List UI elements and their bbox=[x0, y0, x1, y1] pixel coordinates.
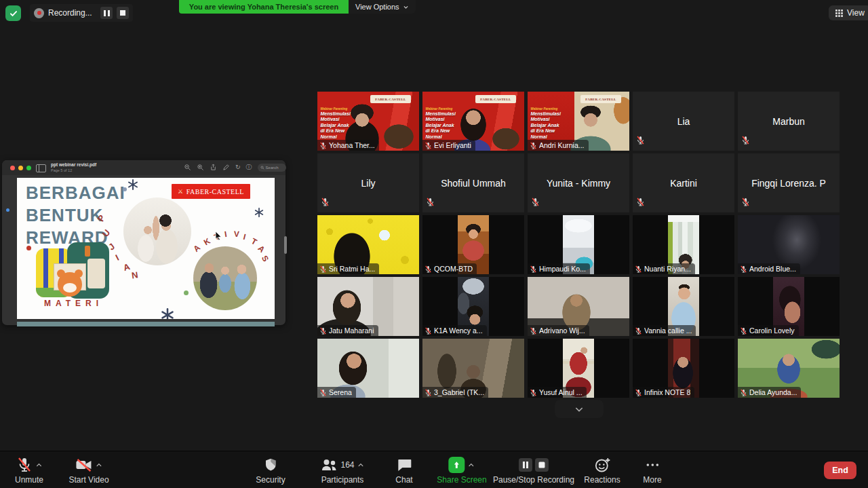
participant-name: Serena bbox=[329, 388, 352, 396]
illustration-tiger-plush bbox=[58, 272, 82, 297]
faber-castell-logo: ⚔ FABER-CASTELL bbox=[172, 184, 250, 199]
security-shield-button[interactable] bbox=[5, 5, 21, 21]
mic-muted-icon bbox=[319, 389, 327, 396]
zoom-out-icon[interactable] bbox=[184, 164, 191, 171]
participant-tile-k1a-wency-a[interactable]: K1A Wency a... bbox=[422, 277, 524, 336]
window-zoom-button[interactable] bbox=[26, 166, 31, 170]
participant-tile-android-blue[interactable]: Android Blue... bbox=[738, 215, 840, 274]
participant-tile-infinix-note-8[interactable]: Infinix NOTE 8 bbox=[633, 339, 734, 398]
mic-muted-icon bbox=[425, 265, 432, 273]
participant-tile-andri-kurnia[interactable]: FABER-CASTELLWebinar ParentingMenstimula… bbox=[528, 92, 629, 151]
mic-muted-icon bbox=[635, 389, 642, 396]
participant-tile-sri-ratmi-ha[interactable]: Sri Ratmi Ha... bbox=[317, 215, 419, 274]
mic-muted-icon bbox=[426, 198, 435, 206]
participant-name: 3_Gabriel (TK... bbox=[434, 388, 484, 396]
rotate-icon[interactable]: ↻ bbox=[235, 163, 241, 172]
participant-muted-indicator bbox=[741, 197, 750, 209]
arc-letter: A bbox=[122, 261, 131, 273]
toolbar-item-start-video[interactable]: Start Video bbox=[68, 456, 108, 485]
view-button[interactable]: View bbox=[829, 5, 868, 20]
participant-nameplate: Carolin Lovely bbox=[738, 325, 799, 336]
pause-recording-button[interactable] bbox=[100, 7, 113, 19]
participant-tile-yusuf-ainul[interactable]: Yusuf Ainul ... bbox=[528, 339, 629, 398]
pdf-page-indicator: Page 5 of 12 bbox=[51, 168, 96, 173]
stop-recording-icon[interactable] bbox=[535, 458, 549, 472]
mic-muted-icon bbox=[636, 136, 645, 145]
mic-muted-icon bbox=[16, 457, 33, 473]
mic-muted-icon bbox=[740, 265, 747, 273]
toolbar-item-reactions[interactable]: Reactions bbox=[584, 456, 620, 485]
sidebar-toggle-icon[interactable] bbox=[36, 164, 46, 172]
star-doodle-icon bbox=[254, 208, 264, 217]
participant-tile-jatu-maharani[interactable]: Jatu Maharani bbox=[317, 277, 419, 336]
participant-nameplate: Infinix NOTE 8 bbox=[633, 387, 694, 398]
participant-tile-shofiul-ummah[interactable]: Shofiul Ummah bbox=[422, 153, 524, 212]
stop-recording-button[interactable] bbox=[117, 7, 129, 19]
chevron-up-icon[interactable] bbox=[96, 462, 103, 469]
participant-tile-himpaudi-ko[interactable]: Himpaudi Ko... bbox=[528, 215, 629, 274]
participant-tile-yunita-kimmy[interactable]: Yunita - Kimmy bbox=[528, 153, 629, 212]
participant-name: Yusuf Ainul ... bbox=[539, 388, 583, 396]
participant-name: Delia Ayunda... bbox=[749, 388, 797, 396]
participant-tile-serena[interactable]: Serena bbox=[317, 339, 419, 398]
pdf-scrollbar[interactable] bbox=[284, 236, 287, 254]
view-options-dropdown[interactable]: View Options bbox=[349, 0, 416, 14]
participant-tile-lily[interactable]: Lily bbox=[317, 153, 419, 212]
chevron-up-icon[interactable] bbox=[35, 462, 43, 469]
participant-name: K1A Wency a... bbox=[434, 326, 483, 335]
share-export-icon[interactable] bbox=[210, 164, 217, 171]
search-icon bbox=[260, 166, 264, 170]
participant-tile-adrivano-wij[interactable]: Adrivano Wij... bbox=[528, 277, 629, 336]
participant-tile-nuanti-riyan[interactable]: Nuanti Riyan... bbox=[633, 215, 734, 274]
participant-tile-delia-ayunda[interactable]: Delia Ayunda... bbox=[738, 339, 840, 398]
mic-muted-icon bbox=[321, 198, 330, 206]
participant-tile-evi-erliyanti[interactable]: FABER-CASTELLWebinar ParentingMenstimula… bbox=[422, 92, 524, 151]
participant-tile-yohana-ther[interactable]: FABER-CASTELLWebinar ParentingMenstimula… bbox=[317, 92, 419, 151]
toolbar-item-share-screen[interactable]: Share Screen bbox=[437, 456, 486, 485]
toolbar-item-pause-stop-recording[interactable]: Pause/Stop Recording bbox=[493, 456, 574, 485]
arc-letter: I bbox=[114, 252, 121, 263]
chevron-up-icon[interactable] bbox=[357, 462, 365, 469]
mouse-cursor bbox=[215, 231, 222, 240]
window-close-button[interactable] bbox=[10, 166, 15, 170]
virtual-bg-title: Webinar ParentingMenstimulasiMotivasiBel… bbox=[321, 107, 351, 140]
participant-tile-carolin-lovely[interactable]: Carolin Lovely bbox=[738, 277, 840, 336]
participant-name: Fingqi Lorenza. P bbox=[738, 153, 840, 212]
chevron-up-icon[interactable] bbox=[467, 462, 475, 469]
info-icon[interactable]: ⓘ bbox=[246, 163, 252, 172]
participant-tile-3-gabriel-tk[interactable]: 3_Gabriel (TK... bbox=[422, 339, 524, 398]
participant-nameplate: Yusuf Ainul ... bbox=[528, 387, 587, 398]
toolbar-item-more[interactable]: More bbox=[643, 456, 661, 485]
pdf-search-placeholder: Search bbox=[266, 166, 279, 170]
participant-name: Marbun bbox=[738, 92, 840, 151]
participant-tile-qcom-btd[interactable]: QCOM-BTD bbox=[422, 215, 524, 274]
markup-pencil-icon[interactable] bbox=[222, 164, 230, 171]
participant-name: Andri Kurnia... bbox=[539, 141, 585, 149]
participant-name: Sri Ratmi Ha... bbox=[329, 265, 375, 273]
participant-nameplate: Andri Kurnia... bbox=[528, 140, 589, 151]
arc-letter: T bbox=[250, 236, 258, 247]
mic-muted-icon bbox=[636, 198, 645, 206]
participant-nameplate: Delia Ayunda... bbox=[738, 387, 801, 398]
participant-tile-lia[interactable]: Lia bbox=[633, 92, 734, 151]
participant-tile-fingqi-lorenza-p[interactable]: Fingqi Lorenza. P bbox=[738, 153, 840, 212]
pdf-search-input[interactable]: Search bbox=[258, 164, 286, 172]
participant-tile-kartini[interactable]: Kartini bbox=[633, 153, 734, 212]
participant-name: Kartini bbox=[633, 153, 734, 212]
mic-muted-icon bbox=[531, 198, 540, 206]
toolbar-item-chat[interactable]: Chat bbox=[395, 456, 412, 485]
window-minimize-button[interactable] bbox=[18, 166, 23, 170]
collapse-gallery-button[interactable] bbox=[555, 400, 604, 418]
zoom-in-icon[interactable] bbox=[197, 164, 204, 171]
reactions-icon bbox=[594, 457, 610, 473]
participant-tile-marbun[interactable]: Marbun bbox=[738, 92, 840, 151]
toolbar-item-unmute[interactable]: Unmute bbox=[15, 456, 43, 485]
star-doodle-icon bbox=[127, 179, 138, 190]
toolbar-item-security[interactable]: Security bbox=[256, 456, 285, 485]
toolbar-item-label: Pause/Stop Recording bbox=[493, 475, 574, 485]
participant-name: QCOM-BTD bbox=[434, 265, 473, 273]
participant-tile-vannia-callie[interactable]: Vannia callie ... bbox=[633, 277, 734, 336]
pause-recording-icon[interactable] bbox=[519, 458, 532, 472]
toolbar-item-participants[interactable]: 164Participants bbox=[320, 456, 364, 485]
end-meeting-button[interactable]: End bbox=[824, 462, 856, 479]
